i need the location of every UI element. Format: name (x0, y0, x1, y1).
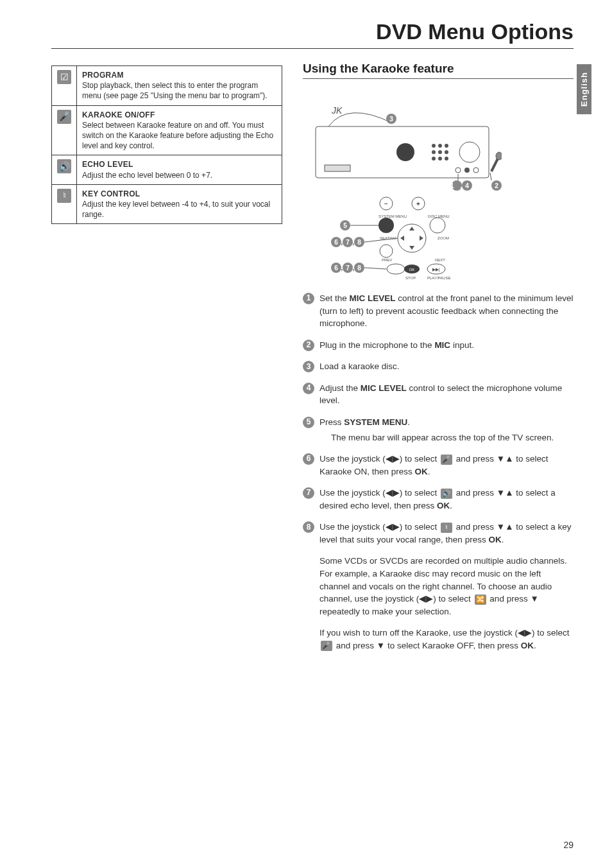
echo-level-icon: 🔊 (441, 489, 452, 499)
svg-text:OK: OK (409, 268, 415, 272)
svg-text:7: 7 (346, 265, 350, 272)
note-block: Some VCDs or SVCDs are recorded on multi… (319, 555, 574, 618)
svg-point-25 (378, 218, 394, 233)
svg-marker-31 (420, 236, 423, 241)
table-row: ☑ PROGRAM Stop playback, then select thi… (52, 66, 282, 106)
device-diagram: JK − + SYSTEM MENU DISC MENU (309, 88, 502, 283)
page-number: 29 (563, 840, 574, 850)
svg-text:,: , (341, 265, 343, 272)
key-control-icon: ♮ (57, 189, 71, 203)
svg-text:PREV: PREV (382, 258, 392, 262)
svg-text:▶▶|: ▶▶| (432, 267, 440, 272)
svg-text:6: 6 (334, 265, 338, 272)
svg-line-17 (491, 159, 498, 171)
svg-text:ZOOM: ZOOM (438, 236, 449, 240)
option-title: KEY CONTROL (82, 189, 276, 199)
key-control-icon: ♮ (441, 523, 452, 533)
language-tab: English (577, 64, 591, 114)
svg-point-5 (438, 144, 442, 148)
echo-level-icon: 🔊 (57, 159, 71, 173)
svg-point-26 (430, 218, 445, 233)
program-icon: ☑ (57, 70, 71, 84)
svg-text:4: 4 (465, 182, 469, 189)
title-rule (51, 48, 574, 49)
svg-text:SYSTEM MENU: SYSTEM MENU (378, 214, 407, 218)
option-desc: Select between Karaoke feature on and of… (82, 120, 276, 152)
svg-point-15 (464, 168, 470, 173)
svg-marker-30 (400, 236, 404, 241)
svg-point-7 (432, 150, 436, 154)
table-row: 🎤 KARAOKE ON/OFF Select between Karaoke … (52, 105, 282, 155)
svg-text:2: 2 (495, 182, 498, 189)
step-item: Press SYSTEM MENU. The menu bar will app… (303, 416, 574, 444)
karaoke-icon: 🎤 (57, 110, 71, 124)
step-item: Use the joystick (◀▶) to select ♮ and pr… (303, 521, 574, 546)
svg-point-10 (432, 157, 436, 161)
step-item: Use the joystick (◀▶) to select 🎤 and pr… (303, 453, 574, 478)
svg-point-37 (387, 264, 405, 274)
svg-text:3: 3 (389, 116, 393, 123)
svg-text:,: , (353, 239, 355, 246)
step-item: Adjust the MIC LEVEL control to select t… (303, 382, 574, 407)
svg-text:+: + (416, 200, 420, 207)
karaoke-icon: 🎤 (441, 455, 452, 465)
svg-line-75 (364, 268, 386, 269)
step-item: Plug in the microphone to the MIC input. (303, 339, 574, 352)
svg-text:JK: JK (331, 105, 343, 116)
svg-marker-28 (409, 227, 414, 230)
svg-text:,: , (353, 265, 355, 272)
option-desc: Stop playback, then select this to enter… (82, 80, 276, 101)
svg-point-11 (438, 157, 442, 161)
svg-text:1: 1 (450, 182, 454, 189)
table-row: ♮ KEY CONTROL Adjust the key level betwe… (52, 184, 282, 224)
svg-point-18 (496, 152, 502, 160)
option-title: ECHO LEVEL (82, 159, 276, 169)
step-item: Use the joystick (◀▶) to select 🔊 and pr… (303, 487, 574, 512)
option-desc: Adjust the echo level between 0 to +7. (82, 170, 276, 180)
svg-text:6: 6 (334, 239, 338, 246)
svg-text:8: 8 (357, 239, 361, 246)
page-title: DVD Menu Options (376, 19, 574, 44)
step-item: Load a karaoke disc. (303, 360, 574, 373)
svg-point-8 (438, 150, 442, 154)
svg-text:NEXT: NEXT (435, 258, 445, 262)
svg-text:PLAY/PAUSE: PLAY/PAUSE (427, 276, 450, 280)
svg-point-9 (445, 150, 448, 154)
svg-marker-29 (409, 246, 414, 250)
step-item: Set the MIC LEVEL control at the front p… (303, 292, 574, 330)
svg-text:−: − (384, 200, 388, 207)
svg-rect-13 (325, 165, 350, 171)
svg-point-34 (380, 245, 393, 257)
section-heading: Using the Karaoke feature (303, 62, 574, 79)
svg-text:,: , (341, 239, 343, 246)
options-table: ☑ PROGRAM Stop playback, then select thi… (51, 65, 282, 224)
option-title: PROGRAM (82, 70, 276, 80)
option-title: KARAOKE ON/OFF (82, 110, 276, 120)
instruction-steps: Set the MIC LEVEL control at the front p… (303, 292, 574, 546)
note-block: If you wish to turn off the Karaoke, use… (319, 627, 574, 652)
svg-text:7: 7 (346, 239, 350, 246)
step-sub: The menu bar will appear across the top … (331, 431, 574, 444)
svg-point-6 (445, 144, 448, 148)
svg-text:5: 5 (343, 222, 347, 229)
svg-point-2 (396, 143, 414, 161)
svg-text:8: 8 (357, 265, 361, 272)
svg-text:STOP: STOP (405, 276, 416, 280)
table-row: 🔊 ECHO LEVEL Adjust the echo level betwe… (52, 155, 282, 184)
karaoke-icon: 🎤 (321, 641, 332, 651)
option-desc: Adjust the key level between -4 to +4, t… (82, 199, 276, 220)
svg-point-12 (445, 157, 448, 161)
svg-line-54 (490, 173, 491, 180)
svg-point-4 (432, 144, 436, 148)
audio-channel-icon: 🔀 (475, 595, 486, 605)
